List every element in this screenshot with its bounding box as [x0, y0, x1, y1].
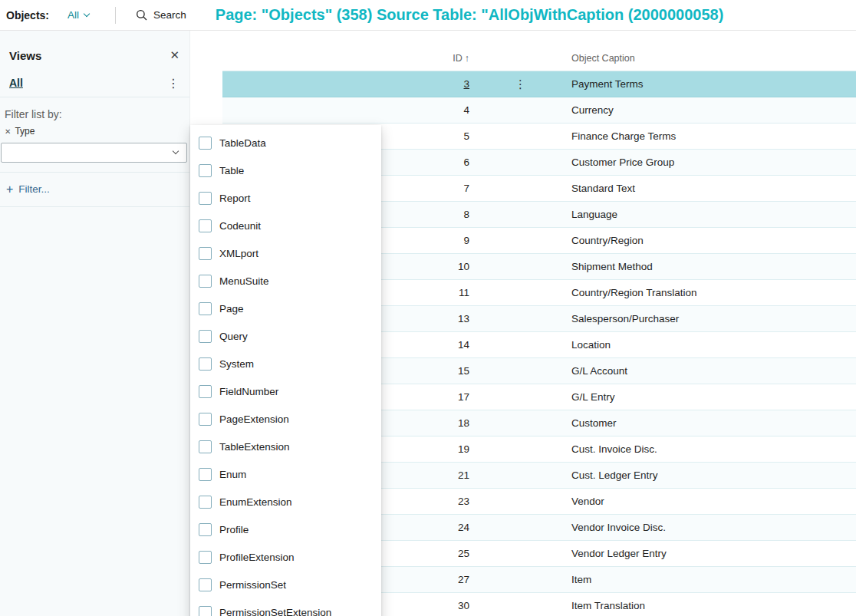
- object-id-link[interactable]: 9: [463, 235, 469, 246]
- object-id-link[interactable]: 13: [458, 313, 469, 324]
- type-option-xmlport[interactable]: XMLport: [190, 239, 381, 267]
- filter-chip-label: Type: [15, 126, 35, 137]
- column-header-caption[interactable]: Object Caption: [571, 53, 856, 64]
- type-option-report[interactable]: Report: [190, 184, 381, 212]
- object-id-link[interactable]: 21: [458, 469, 469, 481]
- type-option-label: PermissionSetExtension: [219, 607, 331, 616]
- checkbox-unchecked-icon[interactable]: [199, 496, 212, 509]
- object-id-link[interactable]: 15: [458, 365, 469, 377]
- object-caption: Shipment Method: [571, 261, 856, 272]
- search-icon: [136, 9, 147, 21]
- object-id-link[interactable]: 24: [458, 522, 469, 533]
- checkbox-unchecked-icon[interactable]: [199, 192, 212, 205]
- object-caption: Item: [571, 574, 856, 585]
- checkbox-unchecked-icon[interactable]: [199, 523, 212, 536]
- type-option-page[interactable]: Page: [190, 295, 381, 322]
- type-option-enumextension[interactable]: EnumExtension: [190, 488, 381, 516]
- object-caption: Item Translation: [571, 600, 856, 611]
- object-id-link[interactable]: 18: [458, 417, 469, 429]
- row-context-menu-icon[interactable]: ⋮: [515, 77, 526, 91]
- views-more-options-icon[interactable]: ⋮: [164, 76, 183, 91]
- type-option-label: ProfileExtension: [219, 552, 295, 563]
- table-row[interactable]: 4Currency: [222, 97, 856, 124]
- top-bar: Objects: All Search Page: "Objects" (358…: [0, 0, 856, 31]
- object-id-link[interactable]: 30: [458, 600, 469, 611]
- checkbox-unchecked-icon[interactable]: [199, 275, 212, 288]
- objects-scope-dropdown[interactable]: All: [67, 9, 89, 21]
- checkbox-unchecked-icon[interactable]: [199, 440, 212, 453]
- checkbox-unchecked-icon[interactable]: [199, 578, 212, 591]
- type-filter-dropdown: TableDataTableReportCodeunitXMLportMenuS…: [190, 125, 381, 616]
- type-option-pageextension[interactable]: PageExtension: [190, 405, 381, 433]
- checkbox-unchecked-icon[interactable]: [199, 137, 212, 150]
- chevron-down-icon: [84, 10, 90, 16]
- checkbox-unchecked-icon[interactable]: [199, 468, 212, 481]
- object-caption: Standard Text: [571, 183, 856, 194]
- type-option-enum[interactable]: Enum: [190, 460, 381, 488]
- object-id-link[interactable]: 6: [463, 156, 469, 168]
- type-option-profileextension[interactable]: ProfileExtension: [190, 543, 381, 571]
- type-option-system[interactable]: System: [190, 350, 381, 377]
- object-id-link[interactable]: 7: [463, 183, 469, 194]
- type-option-codeunit[interactable]: Codeunit: [190, 212, 381, 239]
- type-option-label: Profile: [219, 524, 249, 535]
- object-id-link[interactable]: 23: [458, 496, 469, 507]
- views-panel-title: Views: [9, 49, 41, 62]
- type-option-label: System: [219, 358, 254, 370]
- object-id-link[interactable]: 27: [458, 574, 469, 585]
- type-option-label: XMLport: [219, 248, 258, 259]
- type-option-profile[interactable]: Profile: [190, 516, 381, 543]
- object-id-link[interactable]: 10: [458, 261, 469, 272]
- object-id-link[interactable]: 25: [458, 548, 469, 559]
- checkbox-unchecked-icon[interactable]: [199, 413, 212, 426]
- table-row[interactable]: 3⋮Payment Terms: [222, 71, 856, 97]
- object-caption: Vendor Invoice Disc.: [571, 522, 856, 533]
- add-filter-button[interactable]: + Filter...: [0, 173, 189, 206]
- checkbox-unchecked-icon[interactable]: [199, 606, 212, 616]
- type-option-menusuite[interactable]: MenuSuite: [190, 267, 381, 295]
- type-filter-combobox[interactable]: [1, 143, 187, 163]
- column-header-id[interactable]: ID↑: [222, 53, 469, 64]
- object-caption: Finance Charge Terms: [571, 130, 856, 142]
- type-option-query[interactable]: Query: [190, 322, 381, 350]
- type-option-label: TableData: [219, 137, 266, 149]
- close-icon[interactable]: ✕: [166, 47, 183, 64]
- object-id-link[interactable]: 19: [458, 443, 469, 455]
- checkbox-unchecked-icon[interactable]: [199, 357, 212, 371]
- type-option-tabledata[interactable]: TableData: [190, 129, 381, 156]
- type-option-label: FieldNumber: [219, 386, 278, 397]
- object-caption: Payment Terms: [571, 78, 856, 90]
- filter-list-by-label: Filter list by:: [0, 97, 189, 125]
- view-all-link[interactable]: All: [9, 77, 23, 89]
- checkbox-unchecked-icon[interactable]: [199, 219, 212, 232]
- type-option-tableextension[interactable]: TableExtension: [190, 433, 381, 460]
- remove-filter-icon[interactable]: ✕: [5, 127, 11, 136]
- object-id-link[interactable]: 5: [463, 130, 469, 142]
- checkbox-unchecked-icon[interactable]: [199, 302, 212, 315]
- page-title: Page: "Objects" (358) Source Table: "All…: [216, 6, 724, 24]
- object-id-link[interactable]: 11: [459, 287, 469, 298]
- object-id-link[interactable]: 14: [458, 339, 469, 351]
- checkbox-unchecked-icon[interactable]: [199, 247, 212, 260]
- object-id-link[interactable]: 8: [463, 209, 469, 220]
- search-button[interactable]: Search: [136, 9, 186, 21]
- object-id-link[interactable]: 17: [458, 391, 469, 403]
- object-id-link[interactable]: 4: [463, 104, 469, 116]
- type-option-permissionsetextension[interactable]: PermissionSetExtension: [190, 598, 381, 616]
- active-filter-chip: ✕ Type: [0, 125, 189, 141]
- objects-label: Objects:: [6, 9, 49, 21]
- type-option-permissionset[interactable]: PermissionSet: [190, 571, 381, 598]
- type-option-fieldnumber[interactable]: FieldNumber: [190, 377, 381, 405]
- object-id-link[interactable]: 3: [463, 78, 469, 90]
- type-option-label: PermissionSet: [219, 579, 286, 591]
- divider: [115, 7, 116, 24]
- type-option-table[interactable]: Table: [190, 156, 381, 184]
- checkbox-unchecked-icon[interactable]: [199, 551, 212, 564]
- type-option-label: Report: [219, 193, 251, 204]
- checkbox-unchecked-icon[interactable]: [199, 385, 212, 398]
- checkbox-unchecked-icon[interactable]: [199, 164, 212, 177]
- scope-value: All: [67, 9, 79, 21]
- checkbox-unchecked-icon[interactable]: [199, 330, 212, 343]
- object-caption: G/L Entry: [571, 391, 856, 403]
- search-label: Search: [153, 9, 186, 21]
